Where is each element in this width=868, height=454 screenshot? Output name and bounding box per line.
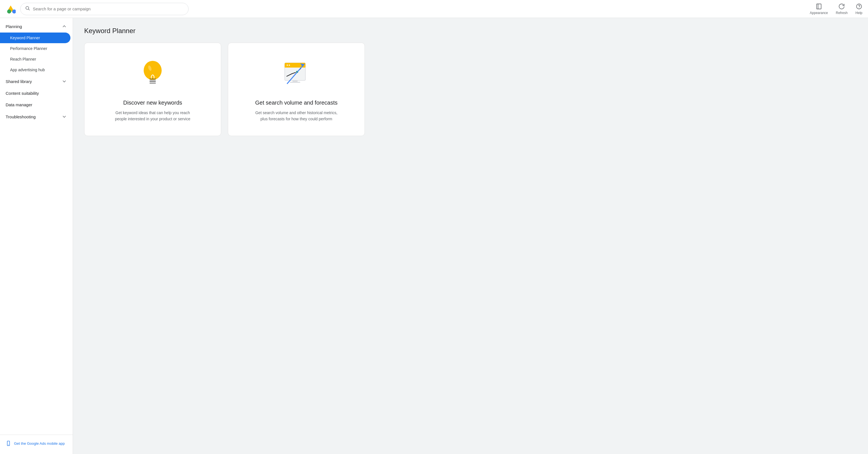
planning-section-label: Planning: [6, 24, 22, 29]
sidebar-bottom: Get the Google Ads mobile app: [0, 435, 73, 452]
discover-keywords-desc: Get keyword ideas that can help you reac…: [111, 110, 195, 122]
cards-grid: Discover new keywords Get keyword ideas …: [84, 43, 365, 136]
appearance-label: Appearance: [810, 11, 828, 15]
svg-point-6: [857, 4, 862, 9]
svg-point-10: [144, 61, 162, 80]
planning-chevron-up-icon: [61, 24, 67, 29]
search-volume-card[interactable]: Get search volume and forecasts Get sear…: [228, 43, 365, 136]
sidebar-section-planning[interactable]: Planning: [0, 20, 73, 33]
content-area: Keyword Planner: [73, 18, 868, 454]
main-layout: Planning Keyword Planner Performance Pla…: [0, 18, 868, 454]
svg-rect-21: [292, 80, 298, 82]
troubleshooting-label: Troubleshooting: [6, 115, 36, 119]
sidebar: Planning Keyword Planner Performance Pla…: [0, 18, 73, 454]
discover-keywords-card[interactable]: Discover new keywords Get keyword ideas …: [84, 43, 221, 136]
mobile-app-label: Get the Google Ads mobile app: [14, 442, 65, 446]
sidebar-item-keyword-planner[interactable]: Keyword Planner: [0, 33, 70, 43]
search-bar[interactable]: [20, 3, 189, 15]
app-advertising-hub-label: App advertising hub: [10, 68, 45, 72]
svg-point-18: [286, 65, 288, 66]
discover-keywords-title: Discover new keywords: [123, 99, 182, 106]
reach-planner-label: Reach Planner: [10, 57, 36, 61]
topbar-actions: Appearance Refresh Help: [810, 3, 862, 15]
search-icon: [25, 6, 30, 12]
sidebar-section-shared-library[interactable]: Shared library: [0, 75, 73, 88]
help-button[interactable]: Help: [856, 3, 862, 15]
troubleshooting-chevron-down-icon: [61, 114, 67, 120]
help-label: Help: [856, 11, 862, 15]
shared-library-label: Shared library: [6, 79, 32, 84]
svg-rect-4: [817, 4, 821, 9]
data-manager-label: Data manager: [6, 102, 32, 107]
svg-rect-13: [150, 80, 156, 82]
svg-point-19: [289, 65, 290, 66]
svg-rect-22: [290, 82, 300, 83]
sidebar-section-content-suitability[interactable]: Content suitability: [0, 88, 73, 99]
svg-point-2: [26, 6, 29, 9]
content-suitability-label: Content suitability: [6, 91, 39, 96]
svg-rect-14: [150, 83, 156, 84]
search-volume-desc: Get search volume and other historical m…: [254, 110, 338, 122]
refresh-button[interactable]: Refresh: [836, 3, 847, 15]
keyword-planner-label: Keyword Planner: [10, 36, 40, 40]
discover-keywords-illustration: [136, 56, 169, 90]
sidebar-item-app-advertising-hub[interactable]: App advertising hub: [0, 65, 70, 75]
svg-rect-1: [7, 9, 11, 13]
sidebar-section-data-manager[interactable]: Data manager: [0, 99, 73, 110]
google-ads-logo: [6, 4, 16, 14]
shared-library-chevron-down-icon: [61, 78, 67, 84]
sidebar-item-performance-planner[interactable]: Performance Planner: [0, 43, 70, 54]
sidebar-section-troubleshooting[interactable]: Troubleshooting: [0, 110, 73, 123]
search-volume-illustration: [280, 56, 313, 90]
topbar: Appearance Refresh Help: [0, 0, 868, 18]
page-title: Keyword Planner: [84, 27, 857, 35]
performance-planner-label: Performance Planner: [10, 46, 47, 51]
search-volume-title: Get search volume and forecasts: [255, 99, 337, 106]
mobile-app-icon: [6, 441, 11, 446]
svg-line-3: [28, 9, 29, 10]
mobile-app-link[interactable]: Get the Google Ads mobile app: [4, 438, 68, 448]
appearance-button[interactable]: Appearance: [810, 3, 828, 15]
search-input[interactable]: [33, 6, 184, 11]
svg-rect-12: [150, 78, 156, 80]
sidebar-item-reach-planner[interactable]: Reach Planner: [0, 54, 70, 65]
refresh-label: Refresh: [836, 11, 847, 15]
